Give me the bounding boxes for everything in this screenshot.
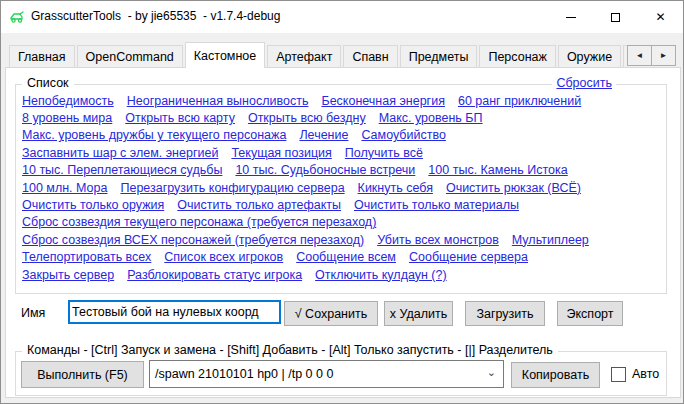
command-link[interactable]: Сброс созвездия ВСЕХ персонажей (требует… <box>22 233 364 247</box>
maximize-button[interactable] <box>593 1 638 33</box>
command-link[interactable]: Сброс созвездия текущего персонажа (треб… <box>22 215 376 229</box>
command-link[interactable]: Сообщение сервера <box>409 250 528 264</box>
tab-предметы[interactable]: Предметы <box>400 45 478 68</box>
command-combobox-value: /spawn 21010101 hp0 | /tp 0 0 0 <box>155 367 333 381</box>
command-link[interactable]: 60 ранг приключений <box>458 94 581 108</box>
command-link[interactable]: Сообщение всем <box>296 250 396 264</box>
tab-page-custom: Список Сбросить НепобедимостьНеограничен… <box>5 67 681 398</box>
command-link[interactable]: 100 тыс. Камень Истока <box>428 163 567 177</box>
command-link[interactable]: Перезагрузить конфигурацию сервера <box>120 181 344 195</box>
command-link[interactable]: 10 тыс. Судьбоносные встречи <box>235 163 415 177</box>
link-row: Макс. уровень дружбы у текущего персонаж… <box>22 127 664 144</box>
command-link[interactable]: Открыть всю бездну <box>248 111 366 125</box>
command-link[interactable]: Лечение <box>299 128 348 142</box>
reset-link[interactable]: Сбросить <box>552 76 616 90</box>
export-button[interactable]: Экспорт <box>557 301 623 326</box>
tab-scroll-right-button[interactable]: ► <box>651 45 676 66</box>
close-button[interactable]: ✕ <box>638 1 683 33</box>
command-link[interactable]: Непобедимость <box>22 94 114 108</box>
tab-opencommand[interactable]: OpenCommand <box>77 45 183 68</box>
command-link[interactable]: 100 млн. Мора <box>22 181 107 195</box>
command-link[interactable]: Текущая позиция <box>231 146 331 160</box>
name-input[interactable] <box>68 300 281 324</box>
commands-groupbox: Команды - [Ctrl] Запуск и замена - [Shif… <box>15 351 667 396</box>
save-button[interactable]: √ Сохранить <box>284 301 378 326</box>
command-link[interactable]: Список всех игроков <box>164 250 283 264</box>
command-link[interactable]: Очистить рюкзак (ВСЁ) <box>446 181 581 195</box>
link-row: 100 млн. МораПерезагрузить конфигурацию … <box>22 179 664 196</box>
window-title: GrasscutterTools - by jie65535 - v1.7.4-… <box>31 9 280 23</box>
command-link[interactable]: Телепортировать всех <box>22 250 151 264</box>
command-link[interactable]: Заспавнить шар с элем. энергией <box>22 146 218 160</box>
minimize-icon <box>566 17 576 18</box>
command-link[interactable]: Бесконечная энергия <box>321 94 445 108</box>
command-link[interactable]: 10 тыс. Переплетающиеся судьбы <box>22 163 222 177</box>
link-row: Заспавнить шар с элем. энергиейТекущая п… <box>22 144 664 161</box>
command-link[interactable]: Кикнуть себя <box>358 181 433 195</box>
command-link[interactable]: Закрыть сервер <box>22 268 114 282</box>
tab-оружие[interactable]: Оружие <box>558 45 621 68</box>
title-bar: GrasscutterTools - by jie65535 - v1.7.4-… <box>1 1 683 33</box>
tab-спавн[interactable]: Спавн <box>343 45 397 68</box>
maximize-icon <box>611 13 620 22</box>
run-button[interactable]: Выполнить (F5) <box>21 361 144 388</box>
link-row: Телепортировать всехСписок всех игроковС… <box>22 249 664 266</box>
link-row: 8 уровень мираОткрыть всю картуОткрыть в… <box>22 109 664 126</box>
close-icon: ✕ <box>655 11 665 23</box>
command-link[interactable]: Макс. уровень БП <box>379 111 483 125</box>
list-groupbox: Список Сбросить НепобедимостьНеограничен… <box>15 84 667 294</box>
minimize-button[interactable] <box>548 1 593 33</box>
command-link[interactable]: Очистить только артефакты <box>177 198 341 212</box>
command-link[interactable]: Макс. уровень дружбы у текущего персонаж… <box>22 128 286 142</box>
load-button[interactable]: Загрузить <box>465 301 545 326</box>
auto-checkbox[interactable] <box>611 367 626 382</box>
command-combobox[interactable]: /spawn 21010101 hp0 | /tp 0 0 0 ⌄ <box>149 360 504 388</box>
list-group-title: Список <box>22 76 74 90</box>
command-link[interactable]: Неограниченная выносливость <box>127 94 309 108</box>
app-window: GrasscutterTools - by jie65535 - v1.7.4-… <box>0 0 684 404</box>
tab-артефакт[interactable]: Артефакт <box>267 45 341 68</box>
delete-button[interactable]: x Удалить <box>384 301 453 326</box>
link-row: НепобедимостьНеограниченная выносливость… <box>22 92 664 109</box>
name-label: Имя <box>21 306 45 320</box>
tab-персонаж[interactable]: Персонаж <box>479 45 555 68</box>
command-link[interactable]: Открыть всю карту <box>125 111 235 125</box>
link-row: Очистить только оружияОчистить только ар… <box>22 196 664 213</box>
command-link[interactable]: Получить всё <box>345 146 423 160</box>
link-row: Закрыть серверРазблокировать статус игро… <box>22 266 664 283</box>
tab-scrollers: ◄ ► <box>628 45 676 66</box>
link-row: Сброс созвездия текущего персонажа (треб… <box>22 214 664 231</box>
copy-button[interactable]: Копировать <box>511 362 600 388</box>
command-link[interactable]: Отключить кулдаун (?) <box>315 268 447 282</box>
tab-главная[interactable]: Главная <box>9 45 75 68</box>
command-link[interactable]: 8 уровень мира <box>22 111 112 125</box>
auto-checkbox-label: Авто <box>632 367 659 381</box>
command-link[interactable]: Очистить только оружия <box>22 198 164 212</box>
tab-scroll-left-button[interactable]: ◄ <box>627 45 652 66</box>
command-links-area: НепобедимостьНеограниченная выносливость… <box>22 92 664 283</box>
command-link[interactable]: Очистить только материалы <box>354 198 519 212</box>
chevron-down-icon: ⌄ <box>487 366 496 379</box>
command-link[interactable]: Самоубийство <box>361 128 445 142</box>
tab-bar: ГлавнаяOpenCommandКастомноеАртефактСпавн… <box>9 41 657 68</box>
link-row: Сброс созвездия ВСЕХ персонажей (требует… <box>22 231 664 248</box>
link-row: 10 тыс. Переплетающиеся судьбы10 тыс. Су… <box>22 162 664 179</box>
app-logo-icon <box>9 9 25 25</box>
tab-кастомное[interactable]: Кастомное <box>185 42 265 68</box>
command-link[interactable]: Разблокировать статус игрока <box>127 268 302 282</box>
command-link[interactable]: Убить всех монстров <box>377 233 499 247</box>
command-link[interactable]: Мультиплеер <box>512 233 589 247</box>
commands-group-title: Команды - [Ctrl] Запуск и замена - [Shif… <box>22 343 558 357</box>
